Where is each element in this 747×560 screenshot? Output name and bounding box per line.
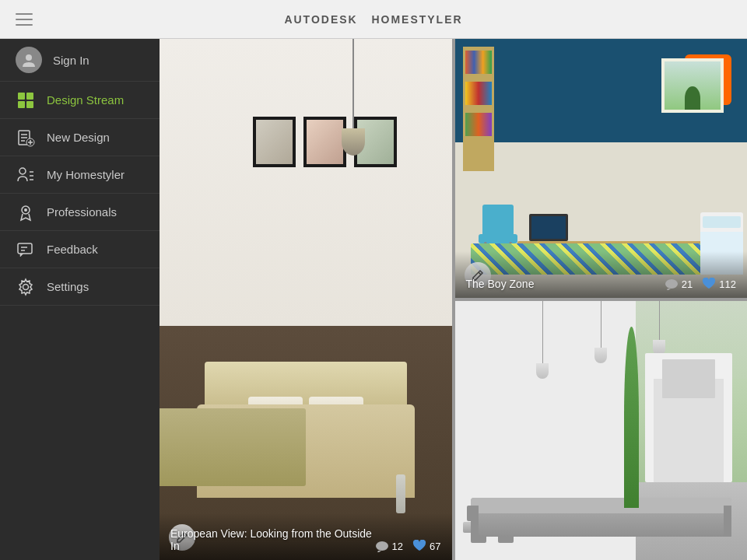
bedroom-image xyxy=(160,39,452,560)
boyzone-card-overlay: The Boy Zone 21 112 xyxy=(455,251,748,298)
comment-icon xyxy=(375,540,389,552)
monitor xyxy=(529,214,568,241)
like-stat: 67 xyxy=(412,540,440,552)
boyzone-card-title: The Boy Zone xyxy=(466,278,535,290)
pendant-1 xyxy=(536,301,549,379)
svg-point-0 xyxy=(26,54,32,61)
side-table xyxy=(396,474,405,513)
svg-rect-1 xyxy=(18,93,25,100)
svg-rect-2 xyxy=(26,93,33,100)
boyzone-card-stats: 21 112 xyxy=(665,278,736,290)
gear-icon xyxy=(16,278,35,296)
hamburger-button[interactable] xyxy=(12,9,37,30)
chair-back xyxy=(482,205,514,236)
exterior-view xyxy=(645,353,733,483)
frame-1 xyxy=(253,117,296,167)
svg-point-12 xyxy=(19,168,26,174)
svg-rect-3 xyxy=(18,101,25,108)
main-content: European View: Looking from the Outside … xyxy=(160,39,747,560)
tree xyxy=(624,327,639,508)
pendant-2 xyxy=(594,301,607,379)
new-design-icon xyxy=(16,128,36,148)
pendant-shade xyxy=(342,128,365,156)
wall-frames xyxy=(253,117,397,167)
like-count: 67 xyxy=(430,541,440,552)
new-design-label: New Design xyxy=(47,131,110,144)
avatar xyxy=(16,47,42,73)
professionals-label: Professionals xyxy=(47,205,117,219)
person-list-icon xyxy=(16,166,35,184)
my-homestyler-icon xyxy=(16,165,36,185)
design-card-boyzone[interactable]: SF xyxy=(455,39,748,298)
sidebar-item-signin[interactable]: Sign In xyxy=(0,39,160,82)
feedback-icon xyxy=(16,240,36,260)
title-suffix: HOMESTYLER xyxy=(371,13,462,26)
comment-stat: 12 xyxy=(375,540,403,552)
comment-icon-2 xyxy=(665,278,679,290)
sidebar-item-feedback[interactable]: Feedback xyxy=(0,231,160,268)
svg-rect-4 xyxy=(26,101,33,108)
frame-2 xyxy=(303,117,346,167)
large-card-stats: 12 67 xyxy=(375,540,441,552)
sidebar-item-my-homestyler[interactable]: My Homestyler xyxy=(0,156,160,194)
my-homestyler-label: My Homestyler xyxy=(47,168,124,181)
design-card-modern[interactable] xyxy=(455,301,748,560)
svg-point-26 xyxy=(665,279,678,289)
pencil-plus-icon xyxy=(16,128,35,147)
bed xyxy=(197,404,415,498)
svg-point-23 xyxy=(376,541,388,551)
pendant-lamp xyxy=(352,39,354,132)
sidebar-item-new-design[interactable]: New Design xyxy=(0,119,160,156)
comment-count: 12 xyxy=(392,541,403,552)
sidebar-item-design-stream[interactable]: Design Stream xyxy=(0,82,160,119)
boyzone-like-count: 112 xyxy=(719,278,736,290)
boyzone-comment-count: 21 xyxy=(682,278,693,290)
window xyxy=(661,58,724,113)
speech-bubble-icon xyxy=(16,240,35,259)
title-prefix: AUTODESK xyxy=(284,13,357,26)
boyzone-like-stat: 112 xyxy=(702,278,736,290)
svg-point-17 xyxy=(24,208,27,212)
svg-marker-27 xyxy=(666,289,671,290)
settings-label: Settings xyxy=(47,280,89,293)
bookshelf xyxy=(463,47,494,171)
svg-point-21 xyxy=(23,284,29,289)
heart-icon-2 xyxy=(702,278,716,290)
large-card-overlay: European View: Looking from the Outside … xyxy=(160,513,452,560)
app-title: AUTODESK HOMESTYLER xyxy=(284,13,462,26)
modern-room-image xyxy=(455,301,748,560)
sidebar: Sign In Design Stream New xyxy=(0,39,160,560)
large-card-title: European View: Looking from the Outside … xyxy=(170,527,375,552)
sidebar-item-settings[interactable]: Settings xyxy=(0,268,160,306)
app-header: AUTODESK HOMESTYLER xyxy=(0,0,747,39)
signin-label: Sign In xyxy=(53,54,89,67)
boyzone-comment-stat: 21 xyxy=(665,278,693,290)
design-stream-label: Design Stream xyxy=(47,93,124,107)
grid-icon xyxy=(16,91,35,110)
professionals-icon xyxy=(16,202,36,222)
sidebar-item-professionals[interactable]: Professionals xyxy=(0,194,160,231)
svg-marker-24 xyxy=(377,551,381,552)
design-card-large[interactable]: European View: Looking from the Outside … xyxy=(160,39,452,560)
svg-rect-18 xyxy=(18,243,32,254)
heart-icon xyxy=(412,540,426,552)
award-icon xyxy=(16,203,35,222)
settings-icon xyxy=(16,277,36,297)
feedback-label: Feedback xyxy=(47,243,98,256)
design-stream-icon xyxy=(16,90,36,110)
user-icon xyxy=(21,52,37,68)
sofa xyxy=(471,498,732,537)
